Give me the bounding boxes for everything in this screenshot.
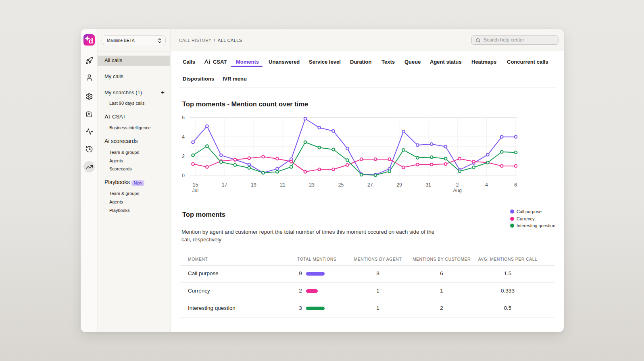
svg-text:15: 15 bbox=[193, 182, 198, 188]
svg-text:4: 4 bbox=[182, 134, 185, 140]
svg-text:0: 0 bbox=[182, 173, 185, 178]
svg-text:6: 6 bbox=[182, 115, 185, 120]
svg-text:25: 25 bbox=[338, 182, 344, 188]
svg-text:17: 17 bbox=[222, 182, 227, 188]
svg-text:2: 2 bbox=[456, 182, 459, 188]
svg-text:2: 2 bbox=[182, 154, 185, 159]
svg-text:27: 27 bbox=[367, 182, 373, 188]
svg-text:4: 4 bbox=[485, 182, 488, 188]
svg-text:23: 23 bbox=[309, 182, 315, 188]
svg-text:21: 21 bbox=[280, 182, 286, 188]
svg-text:29: 29 bbox=[396, 182, 402, 188]
svg-text:31: 31 bbox=[425, 182, 431, 188]
svg-text:6: 6 bbox=[514, 182, 517, 188]
svg-text:19: 19 bbox=[251, 182, 256, 188]
svg-text:Jul: Jul bbox=[192, 188, 198, 193]
svg-text:Aug: Aug bbox=[453, 188, 462, 193]
